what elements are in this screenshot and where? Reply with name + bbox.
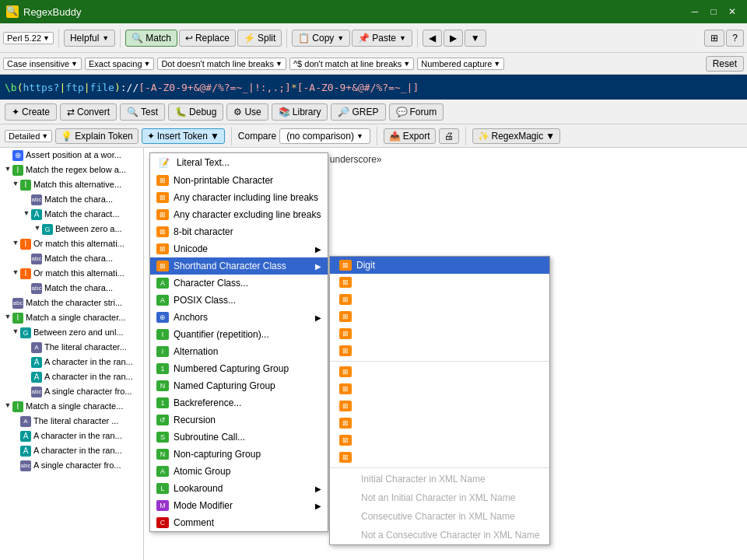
expand-5[interactable]: ▼ bbox=[33, 223, 42, 233]
expand-11[interactable]: ▼ bbox=[3, 312, 12, 322]
tree-item-11[interactable]: ▼ I Match a single character... bbox=[0, 310, 143, 325]
nav-back-button[interactable]: ◀ bbox=[423, 30, 442, 47]
spacing-select[interactable]: Exact spacing ▼ bbox=[85, 58, 154, 70]
capture-select[interactable]: Numbered capture ▼ bbox=[417, 58, 504, 70]
insert-token-button[interactable]: ✦ Insert Token ▼ bbox=[142, 128, 225, 144]
menu-any-excluding[interactable]: ⊠ Any character excluding line breaks bbox=[150, 206, 328, 223]
convert-button[interactable]: ⇄ Convert bbox=[60, 103, 117, 121]
submenu-horiz-space[interactable]: ⊠ Horizontal Space Character bbox=[330, 397, 549, 415]
tree-item-18[interactable]: A The literal character ... bbox=[0, 414, 143, 429]
tree-item-14[interactable]: A A character in the ran... bbox=[0, 355, 143, 369]
tree-item-1[interactable]: ▼ I Match the regex below a... bbox=[0, 163, 143, 177]
menu-char-class[interactable]: A Character Class... bbox=[150, 275, 328, 292]
expand-12[interactable]: ▼ bbox=[11, 327, 20, 337]
menu-subroutine[interactable]: S Subroutine Call... bbox=[150, 429, 328, 446]
explain-token-button[interactable]: 💡 Explain Token bbox=[55, 128, 139, 144]
submenu-non-digit[interactable]: ⊠ Non-digit bbox=[330, 274, 549, 291]
expand-6[interactable]: ▼ bbox=[11, 238, 20, 248]
tree-item-21[interactable]: abc A single character fro... bbox=[0, 458, 143, 473]
submenu-whitespace[interactable]: ⊠ Whitespace Character bbox=[330, 325, 549, 342]
compare-select[interactable]: (no comparison) ▼ bbox=[279, 128, 370, 144]
tree-item-10[interactable]: abc Match the character stri... bbox=[0, 296, 143, 310]
submenu-non-word[interactable]: ⊠ Non-word Character bbox=[330, 308, 549, 325]
maximize-button[interactable]: □ bbox=[705, 3, 722, 20]
menu-posix[interactable]: A POSIX Class... bbox=[150, 292, 328, 309]
detailed-select[interactable]: Detailed ▼ bbox=[5, 130, 52, 142]
expand-4[interactable]: ▼ bbox=[22, 208, 31, 219]
grid-button[interactable]: ⊞ bbox=[704, 30, 724, 47]
menu-mode-modifier[interactable]: M Mode Modifier ▶ bbox=[150, 497, 328, 514]
tree-item-8[interactable]: ▼ I Or match this alternati... bbox=[0, 266, 143, 281]
tree-item-15[interactable]: A A character in the ran... bbox=[0, 369, 143, 384]
menu-non-capturing[interactable]: N Non-capturing Group bbox=[150, 446, 328, 463]
submenu-word-char[interactable]: ⊠ Word Character bbox=[330, 291, 549, 308]
tree-item-4[interactable]: ▼ A Match the charact... bbox=[0, 207, 143, 222]
minimize-button[interactable]: ─ bbox=[686, 3, 703, 20]
tree-item-6[interactable]: ▼ I Or match this alternati... bbox=[0, 236, 143, 251]
paste-button[interactable]: 📌 Paste ▼ bbox=[352, 30, 412, 47]
menu-literal-text[interactable]: 📝 Literal Text... bbox=[150, 153, 328, 172]
menu-8bit[interactable]: ⊠ 8-bit character bbox=[150, 223, 328, 240]
submenu-vert-space[interactable]: ⊠ Vertical Space Character bbox=[330, 432, 549, 449]
tree-item-7[interactable]: abc Match the chara... bbox=[0, 251, 143, 266]
export-button[interactable]: 📤 Export bbox=[384, 128, 436, 144]
split-button[interactable]: ⚡ Split bbox=[237, 30, 282, 47]
tree-item-20[interactable]: A A character in the ran... bbox=[0, 443, 143, 458]
test-button[interactable]: 🔍 Test bbox=[120, 103, 165, 121]
menu-unicode[interactable]: ⊠ Unicode ▶ bbox=[150, 240, 328, 257]
menu-non-printable[interactable]: ⊠ Non-printable Character bbox=[150, 172, 328, 189]
grep-button[interactable]: 🔎 GREP bbox=[331, 103, 385, 121]
menu-any-including[interactable]: ⊠ Any character including line breaks bbox=[150, 189, 328, 206]
expand-1[interactable]: ▼ bbox=[3, 164, 12, 174]
replace-button[interactable]: ↩ Replace bbox=[179, 30, 236, 47]
dot-select[interactable]: Dot doesn't match line breaks ▼ bbox=[157, 58, 286, 70]
regex-display[interactable]: \b(https?|ftp|file)://[-A-Z0-9+&@#/%?=~_… bbox=[5, 82, 419, 93]
menu-numbered-capturing[interactable]: 1 Numbered Capturing Group bbox=[150, 360, 328, 377]
tree-item-9[interactable]: abc Match the chara... bbox=[0, 281, 143, 296]
tree-item-17[interactable]: ▼ I Match a single characte... bbox=[0, 399, 143, 414]
expand-17[interactable]: ▼ bbox=[3, 401, 12, 411]
match-button[interactable]: 🔍 Match bbox=[125, 30, 177, 47]
tree-item-5[interactable]: ▼ G Between zero a... bbox=[0, 222, 143, 236]
tree-item-2[interactable]: ▼ I Match this alternative... bbox=[0, 177, 143, 192]
copy-button[interactable]: 📋 Copy ▼ bbox=[292, 30, 350, 47]
print-button[interactable]: 🖨 bbox=[439, 128, 459, 144]
nav-fwd-button[interactable]: ▶ bbox=[444, 30, 463, 47]
tree-item-3[interactable]: abc Match the chara... bbox=[0, 192, 143, 207]
menu-lookaround[interactable]: L Lookaround ▶ bbox=[150, 480, 328, 497]
submenu-not-hex[interactable]: ⊠ Not a Hexadecimal Digit bbox=[330, 380, 549, 397]
tree-item-13[interactable]: A The literal character... bbox=[0, 340, 143, 355]
case-select[interactable]: Case insensitive ▼ bbox=[3, 58, 82, 70]
tree-item-0[interactable]: ⊕ Assert position at a wor... bbox=[0, 148, 143, 163]
menu-anchors[interactable]: ⊕ Anchors ▶ bbox=[150, 309, 328, 326]
submenu-non-whitespace[interactable]: ⊠ Non-whitespace Character bbox=[330, 342, 549, 359]
close-button[interactable]: ✕ bbox=[724, 3, 741, 20]
expand-2[interactable]: ▼ bbox=[11, 179, 20, 189]
debug-button[interactable]: 🐛 Debug bbox=[168, 103, 223, 121]
reset-button[interactable]: Reset bbox=[706, 56, 744, 72]
regexmagic-button[interactable]: ✨ RegexMagic ▼ bbox=[472, 128, 561, 144]
menu-quantifier[interactable]: I Quantifier (repetition)... bbox=[150, 326, 328, 343]
submenu-not-horiz[interactable]: ⊠ Not a Horizontal Space Character bbox=[330, 415, 549, 432]
menu-atomic-group[interactable]: A Atomic Group bbox=[150, 463, 328, 480]
menu-alternation[interactable]: I Alternation bbox=[150, 343, 328, 360]
tree-item-12[interactable]: ▼ G Between zero and unl... bbox=[0, 325, 143, 340]
submenu-not-vert[interactable]: ⊠ Not a Vertical Space Character bbox=[330, 449, 549, 466]
expand-8[interactable]: ▼ bbox=[11, 268, 20, 278]
library-button[interactable]: 📚 Library bbox=[272, 103, 328, 121]
forum-button[interactable]: 💬 Forum bbox=[389, 103, 444, 121]
submenu-hex-digit[interactable]: ⊠ Hexadecimal Digit bbox=[330, 363, 549, 380]
version-selector[interactable]: Perl 5.22 ▼ bbox=[3, 32, 54, 44]
help-button[interactable]: ? bbox=[726, 30, 744, 47]
menu-shorthand[interactable]: ⊠ Shorthand Character Class ▶ ⊠ Digit ⊠ … bbox=[150, 257, 328, 275]
menu-recursion[interactable]: ↺ Recursion bbox=[150, 411, 328, 429]
menu-named-capturing[interactable]: N Named Capturing Group bbox=[150, 377, 328, 394]
nav-dropdown-button[interactable]: ▼ bbox=[465, 30, 486, 47]
tree-item-16[interactable]: abc A single character fro... bbox=[0, 384, 143, 399]
anchor-select[interactable]: ^$ don't match at line breaks ▼ bbox=[289, 58, 414, 70]
create-button[interactable]: ✦ Create bbox=[5, 103, 57, 121]
menu-comment[interactable]: C Comment bbox=[150, 514, 328, 531]
use-button[interactable]: ⚙ Use bbox=[226, 103, 268, 121]
tree-item-19[interactable]: A A character in the ran... bbox=[0, 429, 143, 443]
menu-backreference[interactable]: 1 Backreference... bbox=[150, 394, 328, 411]
